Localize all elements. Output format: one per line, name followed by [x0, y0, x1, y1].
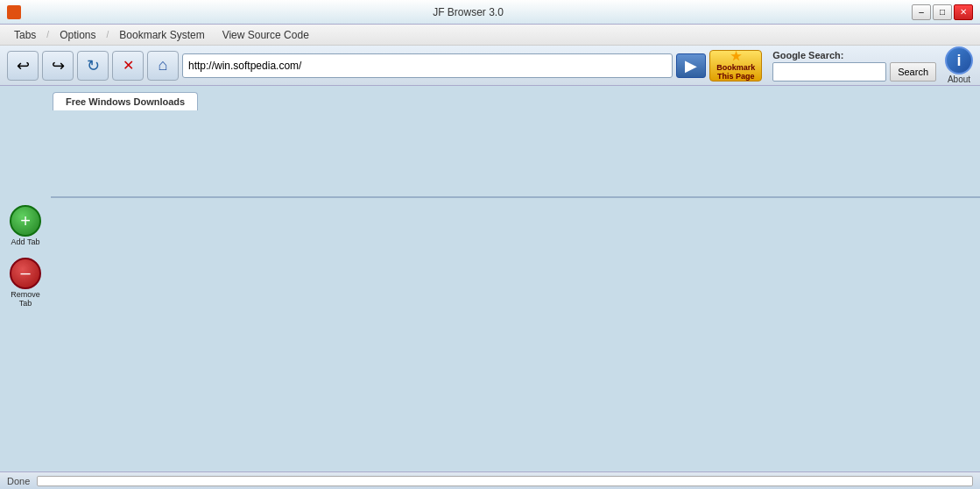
about-icon: i [945, 46, 973, 74]
about-button[interactable]: i About [945, 46, 973, 84]
add-tab-button[interactable]: + Add Tab [10, 205, 41, 247]
bookmark-button[interactable]: ★ BookmarkThis Page [709, 50, 762, 82]
menu-bar: Tabs / Options / Bookmark System View So… [0, 25, 980, 46]
about-label: About [948, 74, 970, 84]
home-button[interactable]: ⌂ [147, 51, 179, 81]
back-icon: ↩ [17, 56, 30, 75]
toolbar: ↩ ↪ ↻ ✕ ⌂ ▶ ★ BookmarkThis Page Google S… [0, 46, 980, 86]
app-icon [7, 5, 21, 19]
bookmark-label: BookmarkThis Page [716, 64, 755, 82]
go-button[interactable]: ▶ [676, 53, 706, 78]
close-button[interactable]: ✕ [954, 4, 973, 20]
window-title: JF Browser 3.0 [25, 6, 912, 18]
restore-button[interactable]: □ [933, 4, 952, 20]
menu-tabs[interactable]: Tabs [7, 27, 43, 43]
forward-icon: ↪ [52, 56, 65, 75]
sidebar: + Add Tab – RemoveTab [0, 196, 51, 308]
google-search-area: Google Search: Search [772, 50, 936, 82]
bookmark-star-icon: ★ [730, 49, 742, 64]
window-controls: – □ ✕ [912, 4, 973, 20]
tab-bar: Free Windows Downloads [0, 86, 980, 110]
menu-options[interactable]: Options [53, 27, 102, 43]
menu-sep-1: / [46, 30, 49, 39]
progress-bar [37, 476, 973, 486]
home-icon: ⌂ [159, 56, 168, 74]
remove-tab-button[interactable]: – RemoveTab [10, 258, 41, 308]
browser-content: ★ BOOKMARK THIS SITE 🔍 SEARCH GO 🧺 DOWNL… [51, 196, 980, 198]
menu-bookmark-system[interactable]: Bookmark System [112, 27, 211, 43]
google-search-row: Search [772, 62, 936, 82]
status-bar: Done [0, 471, 980, 489]
sp-header: ★ BOOKMARK THIS SITE 🔍 SEARCH GO 🧺 DOWNL… [52, 197, 979, 198]
add-tab-label: Add Tab [11, 238, 40, 247]
add-tab-icon: + [10, 205, 41, 237]
reload-button[interactable]: ↻ [77, 51, 109, 81]
search-button[interactable]: Search [890, 62, 936, 82]
menu-sep-2: / [107, 30, 109, 39]
remove-tab-icon: – [10, 258, 41, 289]
forward-button[interactable]: ↪ [42, 51, 74, 81]
minimize-button[interactable]: – [912, 4, 931, 20]
status-done: Done [7, 476, 30, 486]
remove-tab-label: RemoveTab [11, 291, 40, 308]
back-button[interactable]: ↩ [7, 51, 39, 81]
reload-icon: ↻ [87, 56, 100, 75]
url-input[interactable] [182, 53, 673, 78]
stop-button[interactable]: ✕ [112, 51, 144, 81]
stop-icon: ✕ [123, 57, 134, 74]
go-icon: ▶ [685, 56, 697, 75]
title-bar: JF Browser 3.0 – □ ✕ [0, 0, 980, 25]
google-search-label: Google Search: [772, 50, 843, 60]
google-search-input[interactable] [772, 62, 886, 82]
menu-view-source[interactable]: View Source Code [215, 27, 316, 43]
tab-free-windows[interactable]: Free Windows Downloads [53, 92, 198, 110]
